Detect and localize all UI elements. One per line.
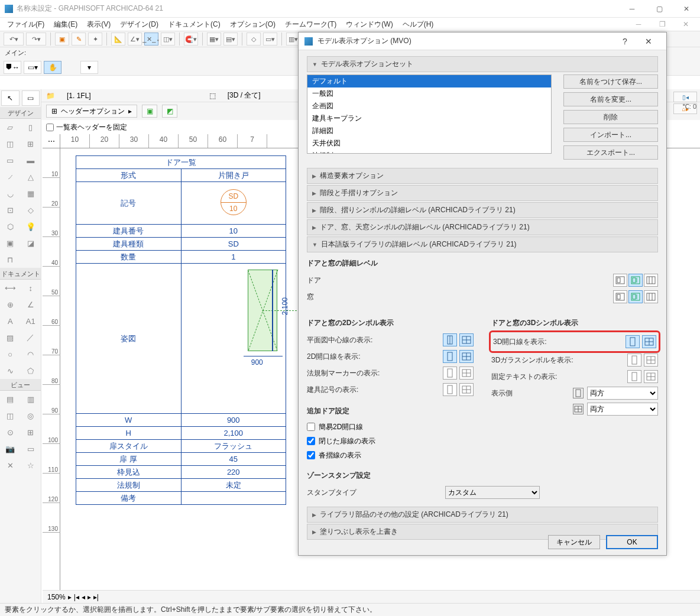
window-icon[interactable]: [459, 350, 474, 363]
list-item[interactable]: 建具キープラン: [307, 112, 551, 125]
wall-tool-icon[interactable]: ▱: [0, 119, 21, 135]
threeD-view-label[interactable]: [3D / 全て]: [228, 90, 261, 100]
camera-tool-icon[interactable]: 📷: [0, 440, 21, 457]
export-button[interactable]: エクスポート...: [563, 145, 658, 160]
suspend-groups-icon[interactable]: ▣: [55, 33, 69, 46]
attach-icon[interactable]: 🧲▾: [184, 33, 198, 46]
label-tool-icon[interactable]: A1: [21, 313, 41, 329]
menu-close-icon[interactable]: ✕: [674, 20, 698, 28]
dim-icon[interactable]: ◇: [247, 33, 261, 46]
section-stair-detail[interactable]: 階段、摺りシンボルの詳細レベル (ARCHICADライブラリ 21): [307, 202, 658, 218]
pick-icon[interactable]: ✎: [72, 33, 86, 46]
window-toggle-2[interactable]: [628, 290, 643, 303]
rename-button[interactable]: 名前を変更...: [563, 92, 658, 106]
menu-view[interactable]: 表示(V): [82, 20, 115, 30]
worksheet-tool-icon[interactable]: ◫: [0, 407, 21, 424]
section-option-set[interactable]: モデル表示オプションセット: [307, 56, 658, 72]
door-icon[interactable]: [443, 383, 457, 396]
level-tool-icon[interactable]: ↕: [21, 280, 41, 296]
door-tool-icon[interactable]: ◫: [0, 135, 21, 152]
curtain-tool-icon[interactable]: ⊡: [0, 202, 21, 218]
plan-view-label[interactable]: [1. 1FL]: [67, 92, 91, 100]
angle-tool-icon[interactable]: ∠: [21, 296, 41, 313]
marquee-tool[interactable]: ▭: [22, 90, 40, 106]
object-tool-icon[interactable]: ⬡: [0, 218, 21, 235]
simple-2d-checkbox[interactable]: [307, 423, 315, 431]
grid-view-icon[interactable]: ⊞: [21, 424, 41, 440]
header-sel1-icon[interactable]: ▣: [142, 105, 157, 118]
shell-tool-icon[interactable]: ◡: [0, 185, 21, 202]
hotspot-tool-icon[interactable]: ✕: [0, 457, 21, 474]
list-item[interactable]: 一般図: [307, 87, 551, 100]
list-item[interactable]: 法規制: [307, 150, 551, 154]
section-door-window-detail[interactable]: ドア、窓、天窓シンボルの詳細レベル (ARCHICADライブラリ 21): [307, 219, 658, 235]
window-tool-icon[interactable]: ⊞: [21, 135, 41, 152]
fix-header-checkbox[interactable]: [46, 124, 54, 131]
ruler-menu-icon[interactable]: ⋯: [43, 134, 60, 148]
minimize-button[interactable]: ─: [618, 0, 646, 18]
delete-button[interactable]: 削除: [563, 110, 658, 124]
arc-tool-icon[interactable]: ◠: [21, 346, 41, 362]
close-button[interactable]: ✕: [673, 0, 700, 18]
list-item[interactable]: デフォルト: [307, 75, 551, 87]
menu-teamwork[interactable]: チームワーク(T): [280, 20, 341, 30]
cube-icon[interactable]: ⬚: [209, 92, 216, 100]
toggle-2d-marker[interactable]: [443, 367, 474, 380]
door-toggle-2[interactable]: [628, 274, 643, 287]
window-icon[interactable]: [459, 383, 474, 396]
radial-tool-icon[interactable]: ⊕: [0, 296, 21, 313]
list-item[interactable]: 企画図: [307, 100, 551, 112]
window-icon[interactable]: [644, 370, 658, 383]
measure-icon[interactable]: 📐: [111, 33, 125, 46]
zoom-value[interactable]: 150%: [47, 593, 66, 601]
menu-window[interactable]: ウィンドウ(W): [341, 20, 397, 30]
arrow-tool[interactable]: ↖: [1, 90, 20, 106]
right-dock-btn1[interactable]: ▯◂: [673, 92, 697, 102]
door-icon[interactable]: [626, 335, 640, 348]
redo-button[interactable]: ↷▾: [26, 33, 46, 46]
door-detail-toggle[interactable]: [613, 274, 658, 287]
door-toggle-3[interactable]: [644, 274, 658, 287]
section-other-lib[interactable]: ライブラリ部品のその他の設定 (ARCHICADライブラリ 21): [307, 507, 658, 523]
text-tool-icon[interactable]: A: [0, 313, 21, 329]
dialog-close-button[interactable]: ✕: [637, 37, 660, 46]
menu-file[interactable]: ファイル(F): [2, 20, 49, 30]
window-icon[interactable]: [459, 333, 474, 346]
railing-tool-icon[interactable]: ⊓: [0, 251, 21, 268]
angle-icon[interactable]: ∠▾: [128, 33, 142, 46]
closed-line-checkbox[interactable]: [307, 437, 315, 445]
window-icon[interactable]: [644, 354, 658, 367]
mesh-tool-icon[interactable]: ▦: [21, 185, 41, 202]
option-set-listbox[interactable]: デフォルト 一般図 企画図 建具キープラン 詳細図 天井伏図 法規制: [307, 74, 552, 154]
header-sel2-icon[interactable]: ◩: [162, 105, 177, 118]
menu-minimize-icon[interactable]: ─: [627, 20, 650, 28]
trace-icon[interactable]: ▭▾: [263, 33, 277, 46]
beam-tool-icon[interactable]: ▬: [21, 152, 41, 168]
window-icon[interactable]: [459, 367, 474, 380]
toggle-2d-tag[interactable]: [443, 383, 474, 396]
section-stairs[interactable]: 階段と手摺りオプション: [307, 185, 658, 201]
window-toggle-1[interactable]: [613, 290, 627, 303]
info-marquee-icon[interactable]: ⛊↔: [4, 61, 21, 74]
line-tool-icon[interactable]: ／: [21, 329, 41, 346]
sill-line-checkbox[interactable]: [307, 451, 315, 459]
zone-tool-icon[interactable]: ▣: [0, 235, 21, 251]
change-tool-icon[interactable]: ⊙: [0, 424, 21, 440]
door-side-select[interactable]: 両方: [587, 387, 658, 400]
info-rect-icon[interactable]: ▭▾: [24, 61, 41, 74]
grid-icon[interactable]: ▦▾: [207, 33, 221, 46]
window-side-select[interactable]: 両方: [587, 403, 658, 416]
figure-tool-icon[interactable]: ☆: [21, 457, 41, 474]
circle-tool-icon[interactable]: ○: [0, 346, 21, 362]
section-tool-icon[interactable]: ▤: [0, 391, 21, 407]
wand-icon[interactable]: ✦: [88, 33, 102, 46]
drawing-tool-icon[interactable]: ▭: [21, 440, 41, 457]
guide-icon[interactable]: ◫▾: [161, 33, 175, 46]
menu-design[interactable]: デザイン(D): [115, 20, 163, 30]
lamp-tool-icon[interactable]: 💡: [21, 218, 41, 235]
header-option-dropdown[interactable]: ⊞ ヘッダーオプション ▸: [46, 105, 137, 118]
door-icon[interactable]: [443, 367, 457, 380]
info-arrow-icon[interactable]: ▾: [80, 61, 98, 74]
section-jp-lib-detail[interactable]: 日本語版ライブラリの詳細レベル (ARCHICADライブラリ 21): [307, 236, 658, 252]
toggle-3d-glass[interactable]: [627, 354, 658, 367]
